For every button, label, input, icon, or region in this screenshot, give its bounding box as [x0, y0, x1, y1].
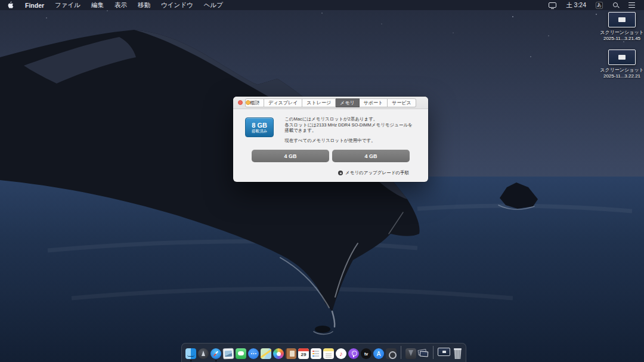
dock-minimized-window-thumbnail[interactable]	[438, 348, 450, 356]
tab-service[interactable]: サービス	[388, 98, 416, 107]
close-button[interactable]	[238, 100, 243, 105]
dock-separator	[401, 346, 401, 359]
notification-center[interactable]	[624, 0, 639, 10]
running-indicator	[215, 360, 217, 362]
tab-support[interactable]: サポート	[360, 98, 388, 107]
dock-safari-icon[interactable]	[210, 348, 221, 359]
dock-utility-app-icon[interactable]	[386, 348, 397, 359]
apple-logo-icon	[7, 1, 14, 9]
dock-preview-icon[interactable]	[223, 348, 234, 360]
about-this-mac-window: 概要 ディスプレイ ストレージ メモリ サポート サービス 8 GB 搭載済み …	[233, 97, 428, 182]
dock-launchpad-icon[interactable]	[198, 348, 209, 359]
menu-edit[interactable]: 編集	[86, 0, 109, 10]
tab-displays[interactable]: ディスプレイ	[264, 98, 302, 107]
menu-bar: Finder ファイル 編集 表示 移動 ウインドウ ヘルプ 土 3:24 あ	[0, 0, 644, 10]
menu-help[interactable]: ヘルプ	[199, 0, 228, 10]
menu-go[interactable]: 移動	[132, 0, 156, 10]
dock-calendar-icon[interactable]: 29	[298, 348, 309, 359]
file-subtitle: 2025-11...3.22.21	[599, 73, 644, 79]
notification-center-icon	[628, 2, 635, 8]
dock-finder-icon[interactable]	[185, 348, 196, 359]
file-title: スクリーンショット	[599, 30, 644, 36]
memory-description-line1: このMacにはメモリスロットが2基あります。	[284, 116, 416, 122]
menu-window[interactable]: ウインドウ	[156, 0, 199, 10]
desktop: Finder ファイル 編集 表示 移動 ウインドウ ヘルプ 土 3:24 あ	[0, 0, 644, 362]
memory-slot-2: 4 GB	[332, 150, 410, 162]
tab-memory[interactable]: メモリ	[336, 98, 360, 107]
traffic-lights	[238, 97, 258, 109]
dock-screenshots-stack-icon[interactable]	[418, 348, 429, 359]
screenshot-thumbnail-icon	[608, 12, 636, 27]
dock-app-store-icon[interactable]: A	[373, 348, 384, 359]
dock-separator	[433, 346, 434, 359]
file-title: スクリーンショット	[599, 67, 644, 73]
memory-slot-1: 4 GB	[252, 150, 329, 162]
file-subtitle: 2025-11...3.21.45	[599, 36, 644, 42]
dock-contacts-icon[interactable]	[286, 348, 296, 359]
menu-view[interactable]: 表示	[109, 0, 132, 10]
dock-podcasts-icon[interactable]	[348, 348, 359, 359]
memory-description-line2: 各スロットには2133 MHz DDR4 SO-DIMMメモリモジュールを搭載で…	[284, 122, 416, 134]
dock-photos-icon[interactable]	[273, 348, 284, 359]
window-titlebar[interactable]: 概要 ディスプレイ ストレージ メモリ サポート サービス	[233, 97, 428, 109]
memory-description-line3: 現在すべてのメモリスロットが使用中です。	[284, 138, 416, 144]
dock: 29 ♪ tv A	[181, 343, 466, 362]
spotlight-search[interactable]	[608, 0, 623, 10]
screenshot-thumbnail-icon	[608, 49, 636, 65]
menu-app-name[interactable]: Finder	[20, 0, 49, 10]
memory-pane: 8 GB 搭載済み このMacにはメモリスロットが2基あります。 各スロットには…	[233, 109, 428, 176]
memory-slots: 4 GB 4 GB	[245, 150, 416, 162]
running-indicator	[190, 360, 192, 362]
display-mirroring-status[interactable]	[544, 0, 561, 10]
minimize-button[interactable]	[246, 100, 250, 105]
memory-installed-label: 搭載済み	[252, 129, 267, 134]
desktop-file-screenshot-1[interactable]: スクリーンショット 2025-11...3.21.45	[599, 12, 644, 41]
dock-notes-icon[interactable]	[323, 348, 334, 359]
dock-folder-stack-icon[interactable]	[405, 348, 416, 359]
dock-chat-icon[interactable]	[248, 348, 259, 359]
display-mirroring-icon	[549, 2, 556, 8]
input-source-icon: あ	[596, 2, 603, 9]
clock-label: 土 3:24	[566, 1, 586, 10]
spotlight-search-icon	[612, 2, 619, 8]
tab-storage[interactable]: ストレージ	[302, 98, 336, 107]
memory-total-size: 8 GB	[252, 122, 267, 129]
about-tabs: 概要 ディスプレイ ストレージ メモリ サポート サービス	[245, 98, 416, 107]
menu-bar-clock[interactable]: 土 3:24	[562, 0, 590, 10]
input-source-menu[interactable]: あ	[592, 0, 607, 10]
menu-file[interactable]: ファイル	[49, 0, 86, 10]
memory-upgrade-instructions-link[interactable]: メモリのアップグレードの手順	[345, 170, 409, 176]
dock-reminders-icon[interactable]	[311, 348, 321, 359]
desktop-file-screenshot-2[interactable]: スクリーンショット 2025-11...3.22.21	[599, 49, 644, 79]
dock-trash-icon[interactable]	[453, 348, 462, 359]
memory-total-badge: 8 GB 搭載済み	[245, 117, 274, 137]
dock-messages-icon[interactable]	[236, 348, 246, 359]
zoom-button-disabled	[253, 100, 258, 105]
dock-tv-icon[interactable]: tv	[361, 348, 371, 359]
apple-menu[interactable]	[0, 0, 20, 10]
dock-maps-icon[interactable]	[261, 348, 271, 359]
dock-music-icon[interactable]: ♪	[336, 348, 346, 359]
upgrade-help-icon	[338, 171, 343, 175]
calendar-day-number: 29	[298, 351, 309, 358]
memory-description: このMacにはメモリスロットが2基あります。 各スロットには2133 MHz D…	[284, 116, 416, 143]
